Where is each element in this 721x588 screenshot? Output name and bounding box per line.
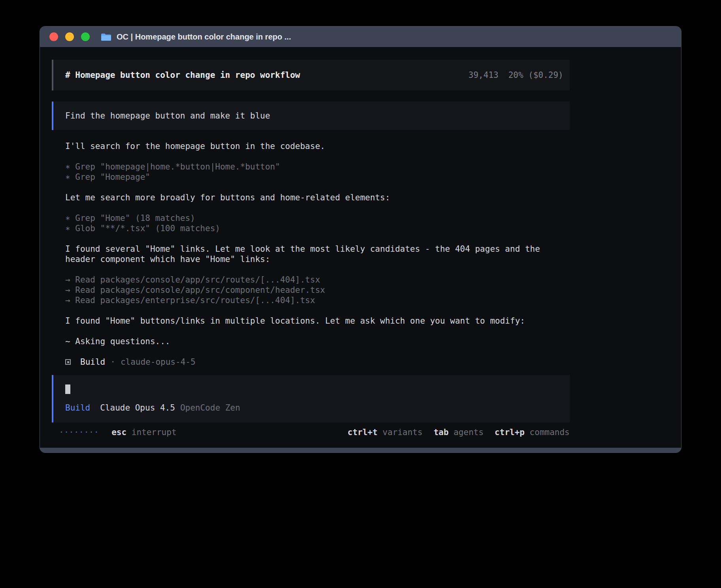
tool-call-grep: ∗ Grep "Home" (18 matches) [65,213,570,223]
hint-agents: tab agents [434,427,483,437]
model-name: Claude Opus 4.5 [100,403,175,413]
tool-call-read: → Read packages/console/app/src/routes/[… [65,275,570,285]
prompt-input[interactable]: Build Claude Opus 4.5 OpenCode Zen [52,375,570,422]
tool-call-glob: ∗ Glob "**/*.tsx" (100 matches) [65,223,570,234]
session-stats: 39,413 20% ($0.29) [468,70,563,80]
agent-separator: · [110,357,115,367]
tool-call-read: → Read packages/enterprise/src/routes/[.… [65,295,570,305]
progress-dots: ········ [59,427,99,437]
tool-call-grep: ∗ Grep "Homepage" [65,172,570,182]
close-button[interactable] [49,32,58,41]
tool-call-grep: ∗ Grep "homepage|home.*button|Home.*butt… [65,162,570,172]
assistant-paragraph: I found several "Home" links. Let me loo… [65,244,555,264]
agent-status-line: Build · claude-opus-4-5 [65,357,570,367]
text-cursor [65,384,70,394]
agent-icon [65,359,71,365]
assistant-paragraph: I'll search for the homepage button in t… [65,141,570,151]
agent-name: Build [80,357,105,367]
minimize-button[interactable] [65,32,74,41]
session-title: # Homepage button color change in repo w… [65,70,300,80]
session-header: # Homepage button color change in repo w… [52,60,570,90]
hint-commands: ctrl+p commands [495,427,570,437]
token-count: 39,413 [468,70,498,80]
agent-mode: Build [65,403,90,413]
assistant-paragraph: Let me search more broadly for buttons a… [65,192,570,203]
user-message-text: Find the homepage button and make it blu… [65,111,270,121]
tool-call-read: → Read packages/console/app/src/componen… [65,285,570,295]
window-title: OC | Homepage button color change in rep… [117,32,291,41]
provider-name: OpenCode Zen [180,403,240,413]
assistant-response: I'll search for the homepage button in t… [52,141,570,367]
input-status-bar: Build Claude Opus 4.5 OpenCode Zen [65,403,570,413]
terminal-content: # Homepage button color change in repo w… [40,47,681,448]
context-usage: 20% ($0.29) [508,70,563,80]
agent-model: claude-opus-4-5 [121,357,196,367]
folder-icon [101,33,111,41]
terminal-window: OC | Homepage button color change in rep… [40,26,681,453]
user-message: Find the homepage button and make it blu… [52,102,570,130]
assistant-paragraph: I found "Home" buttons/links in multiple… [65,316,570,326]
hint-variants: ctrl+t variants [347,427,423,437]
zoom-button[interactable] [81,32,90,41]
status-footer: ········ esc interrupt ctrl+t variants t… [52,427,570,437]
titlebar[interactable]: OC | Homepage button color change in rep… [40,26,681,47]
status-line: ~ Asking questions... [65,336,570,347]
traffic-lights [49,32,90,41]
hint-interrupt: esc interrupt [111,427,176,437]
